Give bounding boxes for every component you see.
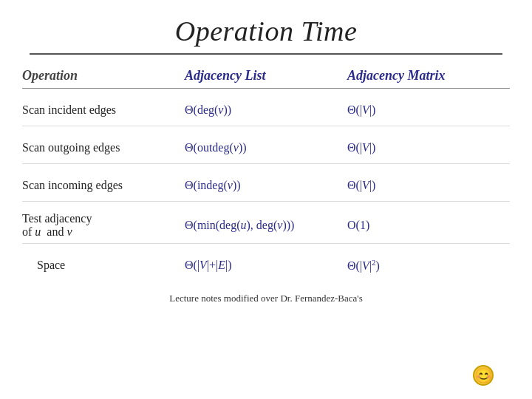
row1-adj-matrix: Θ(|V|) [347, 103, 495, 117]
row4-adj-matrix: O(1) [347, 219, 495, 232]
row-divider [22, 126, 510, 126]
row3-operation: Scan incoming edges [22, 179, 185, 192]
smiley-face-icon [473, 365, 494, 386]
row5-adj-list: Θ(|V|+|E|) [185, 259, 347, 272]
table-row: Space Θ(|V|+|E|) Θ(|V|2) [22, 250, 510, 281]
col-header-adj-list: Adjacency List [185, 68, 347, 83]
row4-adj-list: Θ(min(deg(u), deg(v))) [185, 219, 347, 232]
table-row: Test adjacencyof u and v Θ(min(deg(u), d… [22, 208, 510, 243]
row2-operation: Scan outgoing edges [22, 141, 185, 154]
page: Operation Time Operation Adjacency List … [0, 0, 532, 399]
table-row: Scan outgoing edges Θ(outdeg(v)) Θ(|V|) [22, 132, 510, 163]
title-divider [30, 53, 502, 55]
row1-adj-list: Θ(deg(v)) [185, 103, 347, 117]
col-header-adj-matrix: Adjacency Matrix [347, 68, 495, 83]
row-divider [22, 163, 510, 164]
header-divider [22, 88, 510, 89]
row5-adj-matrix: Θ(|V|2) [347, 258, 495, 273]
row3-adj-list: Θ(indeg(v)) [185, 179, 347, 192]
row2-adj-matrix: Θ(|V|) [347, 141, 495, 154]
table-row: Scan incoming edges Θ(indeg(v)) Θ(|V|) [22, 170, 510, 201]
row2-adj-list: Θ(outdeg(v)) [185, 141, 347, 154]
col-header-operation: Operation [22, 68, 185, 83]
footnote: Lecture notes modified over Dr. Fernande… [169, 293, 363, 304]
table-header-row: Operation Adjacency List Adjacency Matri… [22, 68, 510, 83]
table-row: Scan incident edges Θ(deg(v)) Θ(|V|) [22, 95, 510, 126]
main-table: Operation Adjacency List Adjacency Matri… [22, 68, 510, 281]
row-divider [22, 243, 510, 244]
row3-adj-matrix: Θ(|V|) [347, 179, 495, 192]
row4-operation: Test adjacencyof u and v [22, 212, 185, 239]
row-divider [22, 201, 510, 202]
page-title: Operation Time [175, 15, 358, 47]
row5-operation: Space [22, 259, 185, 272]
row1-operation: Scan incident edges [22, 103, 185, 117]
